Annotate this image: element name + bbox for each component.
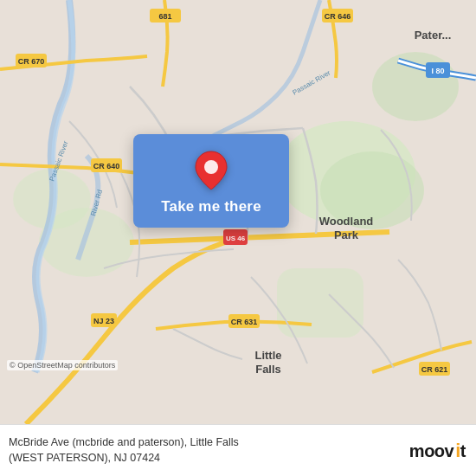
svg-text:US 46: US 46 — [226, 235, 246, 242]
svg-text:Park: Park — [334, 228, 359, 241]
address-text: McBride Ave (mcbride and paterson), Litt… — [9, 435, 401, 466]
svg-text:Falls: Falls — [255, 363, 281, 376]
svg-text:681: 681 — [158, 12, 171, 21]
svg-text:CR 621: CR 621 — [421, 365, 448, 374]
take-me-there-button[interactable]: Take me there — [133, 134, 289, 228]
svg-text:CR 640: CR 640 — [93, 162, 120, 170]
location-pin-icon — [194, 150, 228, 191]
svg-text:Woodland: Woodland — [319, 215, 374, 228]
moovit-logo: moovit — [409, 440, 466, 462]
tooltip-label: Take me there — [161, 198, 261, 215]
osm-credit: © OpenStreetMap contributors — [7, 360, 118, 370]
svg-text:Little: Little — [254, 349, 281, 362]
map-container: CR 670 681 CR 646 CR 640 I 80 US 46 NJ 2… — [0, 0, 476, 424]
svg-text:I 80: I 80 — [431, 67, 444, 75]
svg-text:CR 670: CR 670 — [18, 57, 45, 66]
bottom-bar: McBride Ave (mcbride and paterson), Litt… — [0, 424, 476, 476]
moovit-dot: i — [455, 440, 460, 462]
svg-text:CR 631: CR 631 — [231, 318, 258, 326]
svg-text:CR 646: CR 646 — [325, 12, 351, 21]
svg-text:NJ 23: NJ 23 — [93, 317, 114, 325]
svg-point-33 — [204, 160, 218, 174]
moovit-logo-text: moovit — [409, 440, 466, 462]
svg-text:Pater...: Pater... — [415, 29, 452, 42]
